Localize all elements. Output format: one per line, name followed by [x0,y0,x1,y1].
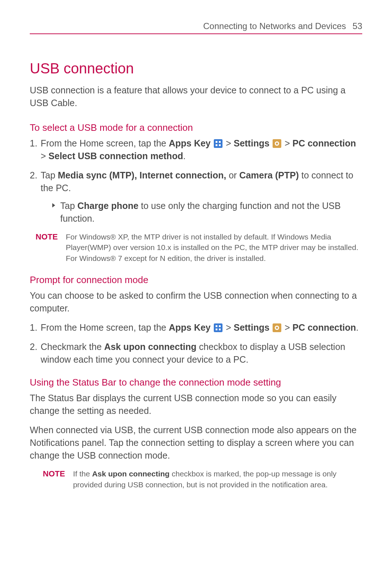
note-label: NOTE [36,231,58,263]
header-section-label: Connecting to Networks and Devices [203,21,346,31]
sep: > [223,322,234,333]
settings-icon [273,139,281,148]
apps-key-label: Apps Key [169,322,211,333]
ask-upon-connecting-label: Ask upon connecting [92,470,170,478]
apps-key-icon [214,323,222,332]
prompt-step-1: 1. From the Home screen, tap the Apps Ke… [30,321,362,334]
step2-tap: Tap [41,170,58,180]
settings-label: Settings [234,322,270,333]
step2-camera: Camera (PTP) [239,170,299,180]
apps-key-icon [214,139,222,148]
period: . [183,151,185,161]
apps-key-label: Apps Key [169,138,211,148]
prompt-intro: You can choose to be asked to confirm th… [30,289,362,315]
sep: > [223,138,234,148]
intro-text: USB connection is a feature that allows … [30,84,362,109]
settings-icon [273,323,281,332]
heading-prompt-mode: Prompt for connection mode [30,274,362,286]
note-body: If the Ask upon connecting checkbox is m… [73,468,362,490]
prompt-step-2: 2. Checkmark the Ask upon connecting che… [30,341,362,366]
period: . [356,322,359,333]
status-bar-p1: The Status Bar displays the current USB … [30,392,362,417]
step2-options: Media sync (MTP), Internet connection, [58,170,226,180]
note-block: NOTE For Windows® XP, the MTP driver is … [36,231,362,263]
note-body: For Windows® XP, the MTP driver is not i… [66,231,362,263]
prompt-step1-prefix: From the Home screen, tap the [41,322,169,333]
step1-text-prefix: From the Home screen, tap the [41,138,169,148]
charge-phone-label: Charge phone [77,201,138,211]
page-header: Connecting to Networks and Devices 53 [30,21,362,34]
note-block: NOTE If the Ask upon connecting checkbox… [43,468,362,490]
heading-status-bar: Using the Status Bar to change the conne… [30,377,362,388]
step-number: 1. [30,321,37,334]
sub-tap: Tap [60,201,77,211]
settings-label: Settings [234,138,270,148]
note-label: NOTE [43,468,65,490]
step-1: 1. From the Home screen, tap the Apps Ke… [30,137,362,162]
note-prefix: If the [73,470,92,478]
prompt-steps-list: 1. From the Home screen, tap the Apps Ke… [30,321,362,366]
prompt-step2-prefix: Checkmark the [41,342,104,352]
manual-page: Connecting to Networks and Devices 53 US… [0,0,392,564]
page-title: USB connection [30,60,362,77]
steps-list: 1. From the Home screen, tap the Apps Ke… [30,137,362,225]
sep: > [41,151,49,161]
heading-select-usb-mode: To select a USB mode for a connection [30,122,362,133]
section-status-bar: Using the Status Bar to change the conne… [30,377,362,490]
select-usb-method-label: Select USB connection method [49,151,183,161]
section-prompt-mode: Prompt for connection mode You can choos… [30,274,362,366]
step2-or: or [226,170,239,180]
pc-connection-label: PC connection [293,138,356,148]
sub-bullet-charge-phone: Tap Charge phone to use only the chargin… [52,200,362,225]
step-number: 2. [30,341,37,353]
step-number: 1. [30,137,37,150]
section-select-usb-mode: To select a USB mode for a connection 1.… [30,122,362,263]
page-number: 53 [352,21,362,31]
sep: > [282,322,293,333]
status-bar-p2: When connected via USB, the current USB … [30,424,362,462]
ask-upon-connecting-label: Ask upon connecting [104,342,196,352]
step-number: 2. [30,169,37,182]
sep: > [282,138,293,148]
pc-connection-label: PC connection [293,322,356,333]
step-2: 2. Tap Media sync (MTP), Internet connec… [30,169,362,225]
